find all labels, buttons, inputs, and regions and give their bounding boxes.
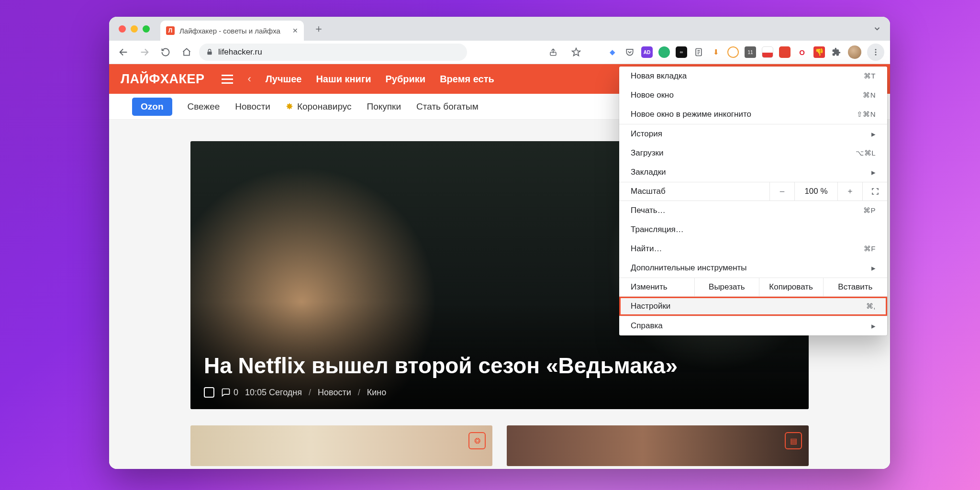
- menu-new-tab[interactable]: Новая вкладка⌘T: [619, 67, 887, 86]
- extension-adblock-icon[interactable]: AD: [641, 46, 653, 58]
- tab-strip: Л Лайфхакер - советы и лайфха ✕ ＋: [109, 17, 890, 41]
- extension-notes-icon[interactable]: [693, 46, 704, 58]
- card-category-icon: ▤: [785, 432, 802, 449]
- zoom-out-button[interactable]: –: [769, 182, 794, 200]
- menu-new-window[interactable]: Новое окно⌘N: [619, 86, 887, 105]
- svg-point-9: [875, 49, 877, 50]
- extension-green-icon[interactable]: [658, 46, 670, 58]
- menu-paste[interactable]: Вставить: [823, 278, 887, 296]
- chevron-right-icon: ▸: [871, 263, 876, 273]
- fullscreen-icon[interactable]: [862, 182, 887, 200]
- maximize-window-button[interactable]: [143, 25, 150, 33]
- address-bar[interactable]: lifehacker.ru: [199, 44, 467, 61]
- svg-marker-4: [572, 48, 580, 56]
- browser-window: Л Лайфхакер - советы и лайфха ✕ ＋ lifeha…: [109, 17, 890, 469]
- extension-yandex-icon[interactable]: ◆: [607, 46, 618, 58]
- menu-edit-label: Изменить: [619, 278, 694, 296]
- minimize-window-button[interactable]: [131, 25, 138, 33]
- nav-prev-icon[interactable]: ‹: [247, 73, 251, 85]
- article-cards: ❂ ▤: [190, 425, 809, 466]
- extension-badge-icon[interactable]: 11: [745, 46, 756, 58]
- hero-time: 10:05 Сегодня: [245, 388, 302, 398]
- subnav-rich[interactable]: Стать богатым: [416, 101, 479, 112]
- subnav-shopping[interactable]: Покупки: [367, 101, 401, 112]
- window-controls: [119, 25, 150, 33]
- article-card-1[interactable]: ❂: [190, 425, 492, 466]
- extension-red-bar-icon[interactable]: [762, 46, 773, 58]
- svg-point-11: [875, 54, 877, 56]
- svg-point-10: [875, 52, 877, 53]
- hero-meta: 0 10:05 Сегодня / Новости / Кино: [204, 387, 795, 398]
- nav-item-books[interactable]: Наши книги: [316, 74, 371, 85]
- tab-overflow-icon[interactable]: [873, 24, 881, 33]
- menu-find[interactable]: Найти…⌘F: [619, 239, 887, 258]
- menu-more-tools[interactable]: Дополнительные инструменты▸: [619, 258, 887, 278]
- home-button[interactable]: [178, 44, 195, 61]
- menu-downloads[interactable]: Загрузки⌥⌘L: [619, 144, 887, 163]
- svg-rect-2: [207, 52, 212, 55]
- chevron-right-icon: ▸: [871, 321, 876, 331]
- subnav-news[interactable]: Новости: [235, 101, 270, 112]
- extension-download-icon[interactable]: ⬇: [710, 46, 722, 58]
- new-tab-button[interactable]: ＋: [311, 21, 327, 37]
- comments-icon[interactable]: 0: [221, 388, 238, 398]
- menu-history[interactable]: История▸: [619, 124, 887, 144]
- lock-icon: [206, 48, 213, 56]
- hamburger-icon[interactable]: [222, 75, 233, 84]
- subnav-corona[interactable]: ✸Коронавирус: [286, 101, 352, 112]
- hero-title: На Netflix вышел второй сезон «Ведьмака»: [204, 353, 795, 379]
- menu-cut[interactable]: Вырезать: [694, 278, 758, 296]
- back-button[interactable]: [115, 44, 132, 61]
- menu-settings[interactable]: Настройки⌘,: [619, 297, 887, 316]
- chrome-menu-button[interactable]: [867, 44, 884, 61]
- zoom-in-button[interactable]: +: [837, 182, 862, 200]
- close-window-button[interactable]: [119, 25, 126, 33]
- menu-copy[interactable]: Копировать: [759, 278, 823, 296]
- subnav-pill-ozon[interactable]: Ozon: [132, 98, 172, 116]
- extension-thumbs-icon[interactable]: 👎: [813, 46, 825, 58]
- menu-help[interactable]: Справка▸: [619, 316, 887, 335]
- extension-todoist-icon[interactable]: [779, 46, 791, 58]
- nav-item-best[interactable]: Лучшее: [266, 74, 302, 85]
- site-logo[interactable]: ЛАЙФХАКЕР: [121, 72, 204, 87]
- menu-cast[interactable]: Трансляция…: [619, 220, 887, 239]
- chevron-right-icon: ▸: [871, 129, 876, 139]
- share-icon[interactable]: [545, 44, 562, 61]
- chrome-menu: Новая вкладка⌘T Новое окно⌘N Новое окно …: [619, 67, 887, 335]
- menu-print[interactable]: Печать…⌘P: [619, 201, 887, 220]
- menu-edit-row: Изменить Вырезать Копировать Вставить: [619, 278, 887, 297]
- hero-cat-news[interactable]: Новости: [318, 388, 351, 398]
- extension-opera-icon[interactable]: O: [796, 46, 808, 58]
- subnav-fresh[interactable]: Свежее: [188, 101, 220, 112]
- nav-item-sections[interactable]: Рубрики: [386, 74, 426, 85]
- nav-item-food[interactable]: Время есть: [440, 74, 494, 85]
- tab-active[interactable]: Л Лайфхакер - советы и лайфха ✕: [160, 21, 304, 41]
- hero-cat-cinema[interactable]: Кино: [367, 388, 387, 398]
- url-text: lifehacker.ru: [218, 47, 262, 57]
- profile-avatar[interactable]: [848, 45, 861, 59]
- bookmark-star-icon[interactable]: [568, 44, 585, 61]
- favicon: Л: [166, 26, 175, 35]
- menu-bookmarks[interactable]: Закладки▸: [619, 163, 887, 182]
- forward-button[interactable]: [136, 44, 153, 61]
- chevron-right-icon: ▸: [871, 167, 876, 178]
- extensions-puzzle-icon[interactable]: [831, 46, 842, 58]
- tab-close-icon[interactable]: ✕: [292, 27, 298, 34]
- reload-button[interactable]: [157, 44, 174, 61]
- browser-toolbar: lifehacker.ru ◆ AD ∞ ⬇ 11 O 👎: [109, 41, 890, 64]
- toolbar-actions: ◆ AD ∞ ⬇ 11 O 👎: [545, 44, 884, 61]
- extension-dark-icon[interactable]: ∞: [676, 46, 687, 58]
- zoom-value: 100 %: [794, 182, 837, 200]
- virus-icon: ✸: [286, 101, 293, 112]
- article-card-2[interactable]: ▤: [507, 425, 809, 466]
- extension-pocket-icon[interactable]: [624, 46, 635, 58]
- bookmark-icon[interactable]: [204, 387, 214, 398]
- tab-title: Лайфхакер - советы и лайфха: [179, 27, 288, 35]
- menu-incognito[interactable]: Новое окно в режиме инкогнито⇧⌘N: [619, 105, 887, 124]
- extension-orange-icon[interactable]: [727, 46, 739, 58]
- menu-zoom: Масштаб – 100 % +: [619, 182, 887, 201]
- card-category-icon: ❂: [468, 432, 486, 449]
